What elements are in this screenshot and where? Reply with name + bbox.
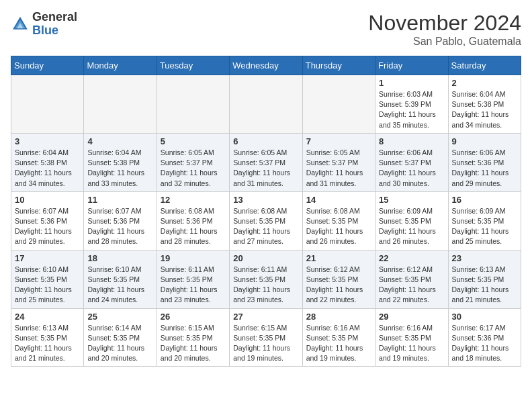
day-number: 19 xyxy=(161,253,226,263)
day-info: Sunrise: 6:11 AM Sunset: 5:35 PM Dayligh… xyxy=(233,265,298,306)
calendar-cell: 10Sunrise: 6:07 AM Sunset: 5:36 PM Dayli… xyxy=(11,191,84,250)
day-number: 11 xyxy=(87,195,152,205)
day-number: 6 xyxy=(233,136,298,146)
day-info: Sunrise: 6:06 AM Sunset: 5:36 PM Dayligh… xyxy=(452,148,517,189)
day-number: 3 xyxy=(15,136,80,146)
day-number: 25 xyxy=(87,312,152,322)
day-info: Sunrise: 6:07 AM Sunset: 5:36 PM Dayligh… xyxy=(87,206,152,247)
day-number: 12 xyxy=(161,195,226,205)
day-number: 22 xyxy=(379,253,444,263)
day-info: Sunrise: 6:04 AM Sunset: 5:38 PM Dayligh… xyxy=(452,89,517,130)
day-info: Sunrise: 6:10 AM Sunset: 5:35 PM Dayligh… xyxy=(15,265,80,306)
calendar-week-row: 1Sunrise: 6:03 AM Sunset: 5:39 PM Daylig… xyxy=(11,75,521,134)
logo-text: General Blue xyxy=(32,11,77,38)
day-info: Sunrise: 6:13 AM Sunset: 5:35 PM Dayligh… xyxy=(15,323,80,364)
day-number: 27 xyxy=(233,312,298,322)
calendar-cell: 11Sunrise: 6:07 AM Sunset: 5:36 PM Dayli… xyxy=(84,191,157,250)
day-info: Sunrise: 6:15 AM Sunset: 5:35 PM Dayligh… xyxy=(161,323,226,364)
logo-general: General xyxy=(32,10,77,24)
day-of-week-header: Tuesday xyxy=(157,56,229,75)
day-number: 26 xyxy=(161,312,226,322)
day-of-week-header: Friday xyxy=(375,56,448,75)
day-number: 5 xyxy=(161,136,226,146)
day-info: Sunrise: 6:12 AM Sunset: 5:35 PM Dayligh… xyxy=(379,265,444,306)
calendar-cell: 1Sunrise: 6:03 AM Sunset: 5:39 PM Daylig… xyxy=(375,75,448,134)
calendar-cell: 17Sunrise: 6:10 AM Sunset: 5:35 PM Dayli… xyxy=(11,250,84,308)
day-info: Sunrise: 6:06 AM Sunset: 5:37 PM Dayligh… xyxy=(379,148,444,189)
calendar-cell: 9Sunrise: 6:06 AM Sunset: 5:36 PM Daylig… xyxy=(448,133,521,191)
day-number: 17 xyxy=(15,253,80,263)
logo-blue: Blue xyxy=(32,24,58,37)
day-number: 7 xyxy=(306,136,371,146)
day-info: Sunrise: 6:03 AM Sunset: 5:39 PM Dayligh… xyxy=(379,89,444,130)
day-info: Sunrise: 6:09 AM Sunset: 5:35 PM Dayligh… xyxy=(379,206,444,247)
day-number: 20 xyxy=(233,253,298,263)
day-number: 23 xyxy=(452,253,517,263)
day-info: Sunrise: 6:14 AM Sunset: 5:35 PM Dayligh… xyxy=(87,323,152,364)
day-number: 28 xyxy=(306,312,371,322)
calendar-cell: 25Sunrise: 6:14 AM Sunset: 5:35 PM Dayli… xyxy=(84,308,157,367)
day-number: 29 xyxy=(379,312,444,322)
title-block: November 2024 San Pablo, Guatemala xyxy=(368,11,521,48)
day-number: 4 xyxy=(87,136,152,146)
logo-icon xyxy=(11,15,30,34)
day-info: Sunrise: 6:16 AM Sunset: 5:35 PM Dayligh… xyxy=(379,323,444,364)
calendar-cell: 27Sunrise: 6:15 AM Sunset: 5:35 PM Dayli… xyxy=(230,308,302,367)
calendar-cell: 3Sunrise: 6:04 AM Sunset: 5:38 PM Daylig… xyxy=(11,133,84,191)
calendar-week-row: 17Sunrise: 6:10 AM Sunset: 5:35 PM Dayli… xyxy=(11,250,521,308)
day-number: 1 xyxy=(379,78,444,88)
calendar-week-row: 3Sunrise: 6:04 AM Sunset: 5:38 PM Daylig… xyxy=(11,133,521,191)
month-title: November 2024 xyxy=(368,11,521,36)
day-info: Sunrise: 6:11 AM Sunset: 5:35 PM Dayligh… xyxy=(161,265,226,306)
day-number: 18 xyxy=(87,253,152,263)
calendar-cell: 2Sunrise: 6:04 AM Sunset: 5:38 PM Daylig… xyxy=(448,75,521,134)
calendar-cell: 16Sunrise: 6:09 AM Sunset: 5:35 PM Dayli… xyxy=(448,191,521,250)
calendar-cell: 26Sunrise: 6:15 AM Sunset: 5:35 PM Dayli… xyxy=(157,308,229,367)
calendar-cell: 7Sunrise: 6:05 AM Sunset: 5:37 PM Daylig… xyxy=(302,133,375,191)
day-info: Sunrise: 6:08 AM Sunset: 5:35 PM Dayligh… xyxy=(233,206,298,247)
day-number: 21 xyxy=(306,253,371,263)
calendar-header-row: SundayMondayTuesdayWednesdayThursdayFrid… xyxy=(11,56,521,75)
day-number: 24 xyxy=(15,312,80,322)
calendar-cell xyxy=(11,75,84,134)
calendar-cell: 5Sunrise: 6:05 AM Sunset: 5:37 PM Daylig… xyxy=(157,133,229,191)
calendar-cell: 29Sunrise: 6:16 AM Sunset: 5:35 PM Dayli… xyxy=(375,308,448,367)
day-info: Sunrise: 6:05 AM Sunset: 5:37 PM Dayligh… xyxy=(161,148,226,189)
day-of-week-header: Sunday xyxy=(11,56,84,75)
day-info: Sunrise: 6:04 AM Sunset: 5:38 PM Dayligh… xyxy=(87,148,152,189)
day-of-week-header: Wednesday xyxy=(230,56,302,75)
calendar-cell: 24Sunrise: 6:13 AM Sunset: 5:35 PM Dayli… xyxy=(11,308,84,367)
calendar-cell xyxy=(302,75,375,134)
day-info: Sunrise: 6:13 AM Sunset: 5:35 PM Dayligh… xyxy=(452,265,517,306)
calendar-cell: 15Sunrise: 6:09 AM Sunset: 5:35 PM Dayli… xyxy=(375,191,448,250)
day-number: 2 xyxy=(452,78,517,88)
day-info: Sunrise: 6:16 AM Sunset: 5:35 PM Dayligh… xyxy=(306,323,371,364)
calendar-cell: 6Sunrise: 6:05 AM Sunset: 5:37 PM Daylig… xyxy=(230,133,302,191)
day-of-week-header: Monday xyxy=(84,56,157,75)
day-info: Sunrise: 6:15 AM Sunset: 5:35 PM Dayligh… xyxy=(233,323,298,364)
day-info: Sunrise: 6:04 AM Sunset: 5:38 PM Dayligh… xyxy=(15,148,80,189)
location: San Pablo, Guatemala xyxy=(368,36,521,48)
day-info: Sunrise: 6:05 AM Sunset: 5:37 PM Dayligh… xyxy=(233,148,298,189)
day-number: 13 xyxy=(233,195,298,205)
calendar-week-row: 24Sunrise: 6:13 AM Sunset: 5:35 PM Dayli… xyxy=(11,308,521,367)
day-info: Sunrise: 6:08 AM Sunset: 5:35 PM Dayligh… xyxy=(306,206,371,247)
calendar-cell: 28Sunrise: 6:16 AM Sunset: 5:35 PM Dayli… xyxy=(302,308,375,367)
day-number: 9 xyxy=(452,136,517,146)
calendar-cell: 30Sunrise: 6:17 AM Sunset: 5:36 PM Dayli… xyxy=(448,308,521,367)
calendar-cell: 12Sunrise: 6:08 AM Sunset: 5:36 PM Dayli… xyxy=(157,191,229,250)
calendar-cell: 4Sunrise: 6:04 AM Sunset: 5:38 PM Daylig… xyxy=(84,133,157,191)
day-info: Sunrise: 6:08 AM Sunset: 5:36 PM Dayligh… xyxy=(161,206,226,247)
day-number: 14 xyxy=(306,195,371,205)
day-info: Sunrise: 6:09 AM Sunset: 5:35 PM Dayligh… xyxy=(452,206,517,247)
calendar-cell: 23Sunrise: 6:13 AM Sunset: 5:35 PM Dayli… xyxy=(448,250,521,308)
calendar-cell: 19Sunrise: 6:11 AM Sunset: 5:35 PM Dayli… xyxy=(157,250,229,308)
calendar-cell: 18Sunrise: 6:10 AM Sunset: 5:35 PM Dayli… xyxy=(84,250,157,308)
calendar-cell: 13Sunrise: 6:08 AM Sunset: 5:35 PM Dayli… xyxy=(230,191,302,250)
day-info: Sunrise: 6:05 AM Sunset: 5:37 PM Dayligh… xyxy=(306,148,371,189)
day-number: 15 xyxy=(379,195,444,205)
calendar-cell: 22Sunrise: 6:12 AM Sunset: 5:35 PM Dayli… xyxy=(375,250,448,308)
calendar-cell: 8Sunrise: 6:06 AM Sunset: 5:37 PM Daylig… xyxy=(375,133,448,191)
calendar-cell: 20Sunrise: 6:11 AM Sunset: 5:35 PM Dayli… xyxy=(230,250,302,308)
day-info: Sunrise: 6:12 AM Sunset: 5:35 PM Dayligh… xyxy=(306,265,371,306)
